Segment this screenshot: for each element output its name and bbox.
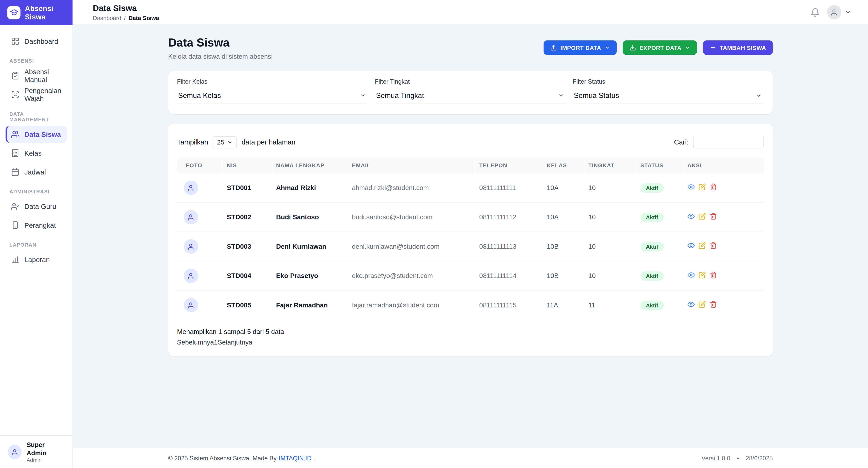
copyright-text: © 2025 Sistem Absensi Siswa. Made By bbox=[168, 455, 276, 461]
search-control: Cari: bbox=[674, 136, 764, 148]
table-row: STD005 Fajar Ramadhan fajar.ramadhan@stu… bbox=[177, 291, 764, 320]
filter-tingkat-select[interactable]: Semua Tingkat bbox=[375, 89, 566, 104]
edit-icon[interactable] bbox=[699, 271, 706, 279]
person-icon bbox=[831, 9, 838, 16]
cell-kelas: 10A bbox=[542, 202, 584, 232]
cell-status: Aktif bbox=[636, 261, 683, 291]
row-actions bbox=[687, 271, 717, 279]
cell-kelas: 11A bbox=[542, 291, 584, 320]
sidebar-item-label: Laporan bbox=[24, 256, 50, 263]
page-content: Data Siswa Kelola data siswa di sistem a… bbox=[73, 25, 868, 447]
pagination-page-1[interactable]: 1 bbox=[214, 339, 218, 346]
topbar: Data Siswa Dashboard / Data Siswa bbox=[73, 0, 868, 25]
table-row: STD003 Deni Kurniawan deni.kurniawan@stu… bbox=[177, 232, 764, 261]
cell-telepon: 08111111113 bbox=[475, 232, 542, 261]
column-kelas: KELAS bbox=[542, 157, 584, 173]
bell-icon[interactable] bbox=[810, 7, 820, 17]
sidebar-section-absensi: ABSENSI bbox=[9, 58, 63, 64]
cell-telepon: 08111111114 bbox=[475, 261, 542, 291]
status-badge: Aktif bbox=[641, 212, 664, 222]
students-table: FOTO NIS NAMA LENGKAP EMAIL TELEPON KELA… bbox=[177, 157, 764, 320]
cell-status: Aktif bbox=[636, 173, 683, 202]
chevron-down-icon bbox=[227, 139, 233, 145]
graduation-cap-icon bbox=[7, 6, 21, 19]
sidebar-item-label: Absensi Manual bbox=[24, 68, 61, 83]
cell-telepon: 08111111112 bbox=[475, 202, 542, 232]
eye-icon[interactable] bbox=[687, 301, 694, 308]
export-data-button[interactable]: EXPORT DATA bbox=[623, 40, 697, 55]
trash-icon[interactable] bbox=[710, 271, 717, 279]
download-icon bbox=[629, 45, 636, 51]
sidebar-section-laporan: LAPORAN bbox=[9, 242, 63, 247]
breadcrumb-current: Data Siswa bbox=[128, 14, 159, 21]
student-avatar bbox=[184, 239, 198, 254]
sidebar-item-perangkat[interactable]: Perangkat bbox=[5, 216, 67, 234]
filter-status-value: Semua Status bbox=[574, 91, 619, 100]
trash-icon[interactable] bbox=[710, 213, 717, 220]
breadcrumb-dashboard[interactable]: Dashboard bbox=[93, 14, 121, 21]
page-size-value: 25 bbox=[217, 138, 224, 146]
tambah-siswa-button[interactable]: TAMBAH SISWA bbox=[703, 40, 773, 55]
sidebar-item-data-siswa[interactable]: Data Siswa bbox=[5, 126, 67, 143]
cell-nama-lengkap: Fajar Ramadhan bbox=[272, 291, 348, 320]
user-avatar bbox=[8, 445, 22, 459]
profile-menu[interactable] bbox=[827, 5, 851, 19]
main-area: Data Siswa Dashboard / Data Siswa bbox=[73, 0, 868, 468]
status-badge: Aktif bbox=[641, 183, 664, 193]
version-text: Versi 1.0.0 bbox=[702, 455, 730, 461]
sidebar-item-dashboard[interactable]: Dashboard bbox=[5, 33, 67, 50]
eye-icon[interactable] bbox=[687, 183, 694, 191]
filter-card: Filter Kelas Semua Kelas Filter Tingkat … bbox=[168, 71, 773, 114]
edit-icon[interactable] bbox=[699, 301, 706, 308]
cell-nama-lengkap: Ahmad Rizki bbox=[272, 173, 348, 202]
person-icon bbox=[187, 272, 194, 280]
cell-foto bbox=[177, 232, 222, 261]
import-data-button[interactable]: IMPORT DATA bbox=[544, 40, 617, 55]
cell-foto bbox=[177, 173, 222, 202]
cell-status: Aktif bbox=[636, 232, 683, 261]
students-table-card: Tampilkan 25 data per halaman Cari: bbox=[168, 123, 773, 356]
sidebar-item-jadwal[interactable]: Jadwal bbox=[5, 163, 67, 180]
cell-telepon: 08111111111 bbox=[475, 173, 542, 202]
eye-icon[interactable] bbox=[687, 242, 694, 249]
eye-icon[interactable] bbox=[687, 271, 694, 279]
edit-icon[interactable] bbox=[699, 183, 706, 191]
sidebar-item-laporan[interactable]: Laporan bbox=[5, 251, 67, 268]
eye-icon[interactable] bbox=[687, 213, 694, 220]
profile-avatar bbox=[827, 5, 841, 19]
row-actions bbox=[687, 301, 717, 308]
sidebar-user[interactable]: Super Admin Admin bbox=[0, 435, 72, 468]
trash-icon[interactable] bbox=[710, 183, 717, 191]
sidebar-item-data-guru[interactable]: Data Guru bbox=[5, 198, 67, 215]
cell-kelas: 10A bbox=[542, 173, 584, 202]
chevron-down-icon bbox=[755, 92, 762, 98]
pagination-prev[interactable]: Sebelumnya bbox=[177, 339, 214, 346]
edit-icon[interactable] bbox=[699, 213, 706, 220]
cell-nis: STD003 bbox=[222, 232, 272, 261]
building-icon bbox=[11, 149, 19, 157]
page-size-suffix: data per halaman bbox=[242, 138, 296, 146]
cell-foto bbox=[177, 261, 222, 291]
column-status: STATUS bbox=[636, 157, 683, 173]
page-title: Data Siswa bbox=[168, 36, 273, 49]
status-badge: Aktif bbox=[641, 242, 664, 251]
filter-kelas: Filter Kelas Semua Kelas bbox=[177, 78, 368, 104]
cell-foto bbox=[177, 202, 222, 232]
edit-icon[interactable] bbox=[699, 242, 706, 249]
filter-status-label: Filter Status bbox=[573, 78, 764, 85]
pagination-next[interactable]: Selanjutnya bbox=[218, 339, 252, 346]
trash-icon[interactable] bbox=[710, 242, 717, 249]
imtaqin-link[interactable]: IMTAQIN.ID bbox=[279, 455, 312, 461]
sidebar-item-kelas[interactable]: Kelas bbox=[5, 145, 67, 162]
page-size-select[interactable]: 25 bbox=[213, 136, 237, 148]
trash-icon[interactable] bbox=[710, 301, 717, 308]
filter-kelas-select[interactable]: Semua Kelas bbox=[177, 89, 368, 104]
column-foto: FOTO bbox=[177, 157, 222, 173]
sidebar-item-pengenalan-wajah[interactable]: Pengenalan Wajah bbox=[5, 86, 67, 103]
sidebar-section-administrasi: ADMINISTRASI bbox=[9, 189, 63, 194]
student-avatar bbox=[184, 298, 198, 312]
sidebar-item-absensi-manual[interactable]: Absensi Manual bbox=[5, 67, 67, 84]
upload-icon bbox=[550, 45, 557, 51]
search-input[interactable] bbox=[693, 136, 764, 148]
filter-status-select[interactable]: Semua Status bbox=[573, 89, 764, 104]
